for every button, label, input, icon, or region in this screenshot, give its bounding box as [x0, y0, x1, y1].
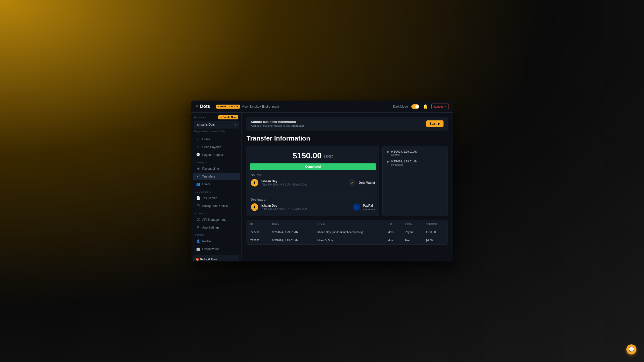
timeline-dot-completed [387, 161, 389, 163]
sidebar-item-payout-links[interactable]: ⊕ Payout Links [193, 165, 240, 172]
fab-button[interactable]: 💬 [626, 344, 636, 354]
destination-info: Ishaan Dey 78fce870-876e-49f8-9173-495ab… [261, 204, 350, 210]
dark-mode-toggle[interactable] [411, 104, 419, 109]
cell-id: 772797 [247, 236, 269, 245]
destination-section: Destination I Ishaan Dey 78fce870-876e-4… [247, 198, 379, 216]
source-avatar: I [251, 179, 258, 187]
sidebar-item-transfers[interactable]: ⇄ Transfers [193, 173, 240, 180]
destination-name: Ishaan Dey [261, 204, 350, 207]
logout-icon: ⊗ [444, 105, 446, 108]
cell-to: dots [385, 228, 401, 236]
info-banner: Submit business information Add business… [247, 117, 448, 130]
send-icon: ▷ [196, 145, 200, 149]
paypal-logo: P [353, 204, 360, 211]
col-header-to: TO [385, 220, 401, 228]
main-layout: PROJECT + Create New Ishaan's Dots ▾ Org… [191, 113, 453, 261]
amount-currency: USD [324, 154, 333, 159]
logout-button[interactable]: Logout ⊗ [431, 104, 449, 109]
timeline-date-created: 9/2/2024, 1:29:01 AM [391, 150, 418, 153]
reports-section-label: REPORTS [191, 159, 241, 165]
table-row[interactable]: 7727969/2/2024, 1:29:01 AMIshaan Dey (fu… [247, 228, 448, 236]
check-icon: ☑ [196, 204, 200, 208]
divider [251, 195, 375, 195]
top-bar: ✕ Dots SANDBOX MODE View Sandbox Environ… [191, 101, 453, 113]
sidebar-item-profile[interactable]: 👤 Profile [193, 238, 240, 245]
destination-wallet-name: PayPal [363, 204, 375, 207]
users-icon: 👥 [196, 182, 200, 186]
logo-icon: ✕ [195, 104, 198, 109]
bell-icon[interactable]: 🔔 [423, 104, 428, 109]
destination-masked: ●●●●●●●● [363, 208, 375, 210]
timeline-label-created: created [391, 154, 418, 156]
col-header-type: TYPE [401, 220, 422, 228]
destination-entity-row: I Ishaan Dey 78fce870-876e-49f8-9173-495… [251, 203, 375, 211]
home-icon: ⌂ [196, 137, 200, 141]
refer-box: 🎁 Refer & Earn Have friends that need he… [193, 255, 239, 261]
cell-type: Payout [401, 228, 422, 236]
cell-date: 9/2/2024, 1:29:01 AM [269, 228, 313, 236]
other-section-label: OTHER [191, 231, 241, 237]
sandbox-badge: SANDBOX MODE [216, 105, 240, 109]
timeline-item-created: 9/2/2024, 1:29:01 AM created [387, 150, 444, 156]
destination-heading: Destination [251, 198, 375, 201]
logo: ✕ Dots [195, 104, 210, 109]
cell-amount: $150.00 [422, 228, 448, 236]
org-label: Organization: Ishaan's Dots [191, 130, 241, 135]
app-window: ✕ Dots SANDBOX MODE View Sandbox Environ… [191, 101, 453, 261]
sidebar-item-users[interactable]: 👥 Users [193, 180, 240, 188]
source-heading: Source [251, 173, 375, 177]
timeline-dot-created [387, 151, 389, 153]
cell-type: Fee [401, 236, 422, 245]
profile-icon: 👤 [196, 239, 200, 243]
sidebar-item-send-payouts[interactable]: ▷ Send Payouts [193, 143, 240, 151]
start-icon: ▶ [438, 122, 440, 125]
amount-value: $150.00 [293, 151, 322, 160]
project-selector[interactable]: Ishaan's Dots ▾ [194, 121, 239, 128]
sidebar-item-home[interactable]: ⌂ Home [193, 135, 240, 143]
refer-title: 🎁 Refer & Earn [196, 258, 236, 261]
link-icon: ⊕ [196, 167, 200, 170]
source-wallet-name: Dots Wallet [359, 181, 375, 185]
chat-icon: 💬 [196, 153, 200, 157]
timeline-label-completed: completed [391, 163, 418, 166]
fab-icon: 💬 [629, 347, 634, 352]
documents-section-label: DOCUMENTS [191, 188, 241, 194]
dots-wallet-logo: ✕ [349, 179, 356, 186]
cell-id: 772796 [247, 228, 269, 236]
tax-icon: 📄 [196, 196, 200, 200]
paypal-icon: P [355, 205, 357, 209]
create-new-button[interactable]: + Create New [218, 115, 238, 119]
amount-section: $150.00 USD [247, 146, 379, 163]
transfers-table: ID DATE FROM TO TYPE AMOUNT 7727969/2/20… [247, 220, 448, 244]
sandbox-link[interactable]: View Sandbox Environment [242, 105, 279, 108]
start-button[interactable]: Start ▶ [426, 120, 444, 127]
source-name: Ishaan Dey [261, 179, 346, 183]
timeline-content-completed: 9/2/2024, 1:29:01 AM completed [391, 160, 418, 166]
sidebar-item-background-checks[interactable]: ☑ Background Checks [193, 202, 240, 209]
transfer-icon: ⇄ [196, 174, 200, 178]
banner-content: Submit business information Add business… [251, 120, 305, 127]
sidebar-item-tax-center[interactable]: 📄 Tax Center [193, 194, 240, 202]
top-bar-right: Dark Mode 🔔 Logout ⊗ [393, 104, 449, 109]
chevron-down-icon: ▾ [235, 123, 236, 126]
table-header-row: ID DATE FROM TO TYPE AMOUNT [247, 220, 448, 228]
destination-avatar: I [251, 203, 258, 211]
destination-id: 78fce870-876e-49f8-9173-495ab002f0ed [261, 208, 350, 210]
table-row[interactable]: 7727979/2/2024, 1:29:01 AMIshaan's Dotsd… [247, 236, 448, 245]
timeline-item-completed: 9/2/2024, 1:29:01 AM completed [387, 160, 444, 166]
cell-amount: $6.00 [422, 236, 448, 245]
sidebar-item-api-management[interactable]: ⌘ API Management [193, 216, 240, 223]
settings-icon: ⚙ [196, 225, 200, 229]
project-header: PROJECT + Create New [191, 113, 241, 121]
project-name: Ishaan's Dots [196, 123, 215, 126]
col-header-id: ID [247, 220, 269, 228]
project-label: PROJECT [194, 116, 207, 119]
sidebar-item-organization[interactable]: 🏢 Organization [193, 245, 240, 253]
cell-from: Ishaan Dey (fundamental-democracy) [313, 228, 385, 236]
dots-icon: ✕ [351, 181, 353, 185]
sidebar-item-app-settings[interactable]: ⚙ App Settings [193, 224, 240, 231]
source-section: Source I Ishaan Dey 78fce870-876e-49f8-9… [247, 173, 379, 192]
sidebar-item-payout-requests[interactable]: 💬 Payout Requests [193, 151, 240, 158]
timeline-panel: 9/2/2024, 1:29:01 AM created 9/2/2024, 1… [382, 146, 448, 216]
source-info: Ishaan Dey 78fce870-876e-49f8-9173-495ab… [261, 179, 346, 186]
